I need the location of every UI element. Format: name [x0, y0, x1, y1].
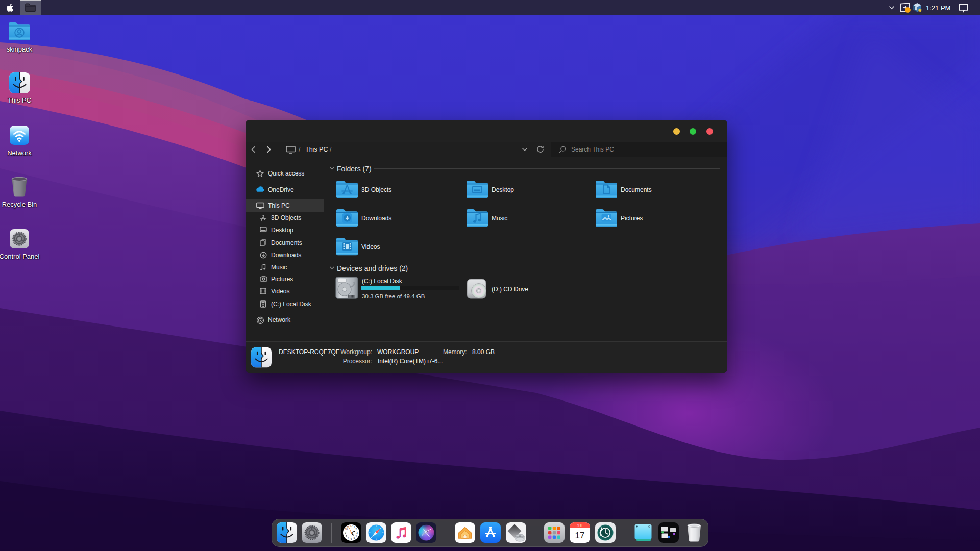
- svg-text:2: 2: [356, 528, 357, 531]
- svg-text:1: 1: [354, 526, 355, 529]
- svg-text:4: 4: [356, 535, 357, 537]
- svg-text:3: 3: [356, 532, 358, 534]
- svg-text:12: 12: [350, 525, 353, 528]
- svg-text:17: 17: [575, 531, 585, 540]
- svg-text:JUL: JUL: [577, 524, 583, 528]
- svg-text:7: 7: [348, 537, 349, 539]
- svg-text:6: 6: [351, 538, 352, 540]
- svg-text:8: 8: [346, 535, 347, 537]
- svg-text:11: 11: [347, 526, 350, 529]
- svg-text:9: 9: [345, 532, 346, 534]
- svg-text:5: 5: [354, 537, 355, 539]
